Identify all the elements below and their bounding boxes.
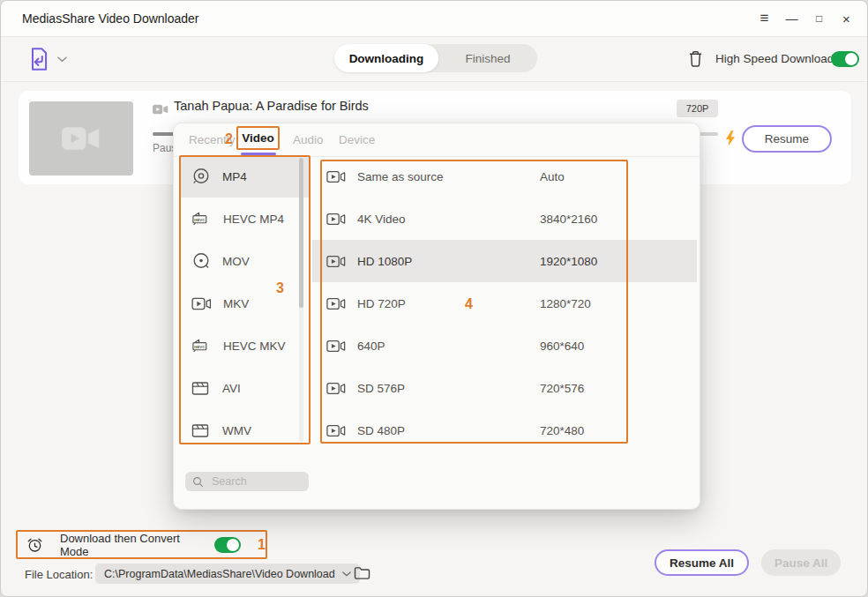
video-camera-icon xyxy=(191,296,212,311)
chevron-down-icon[interactable] xyxy=(57,56,67,63)
app-window: MediasShare Video Downloader ≡ — □ × Dow… xyxy=(0,0,868,597)
resume-button[interactable]: Resume xyxy=(742,125,832,153)
video-camera-icon xyxy=(62,125,101,152)
clapperboard-icon xyxy=(191,379,211,397)
chevron-down-icon xyxy=(342,571,351,577)
resolution-list: Same as source Auto 4K Video 3840*2160 H… xyxy=(312,155,697,451)
window-controls: ≡ — □ × xyxy=(751,10,860,27)
resolution-label: HD 1080P xyxy=(357,255,540,268)
window-title: MediasShare Video Downloader xyxy=(22,11,199,26)
clapperboard-icon xyxy=(191,422,211,439)
maximize-icon[interactable]: □ xyxy=(805,12,833,25)
video-camera-icon xyxy=(326,169,346,184)
video-camera-icon xyxy=(326,423,346,438)
search-bar xyxy=(185,472,309,491)
format-label: AVI xyxy=(222,382,241,395)
format-popup: Recently 2 Video Audio Device MP4 HEVC M… xyxy=(173,123,700,510)
file-location-path: C:\ProgramData\MediasShare\Video Downloa… xyxy=(104,568,335,580)
menu-icon[interactable]: ≡ xyxy=(751,10,778,27)
tab-finished[interactable]: Finished xyxy=(438,44,537,72)
resolution-value: 3840*2160 xyxy=(540,213,597,226)
format-item-avi[interactable]: AVI xyxy=(181,367,309,409)
resolution-item-576p[interactable]: SD 576P 720*576 xyxy=(312,367,697,409)
hevc-badge-icon xyxy=(191,337,212,354)
format-item-mp4[interactable]: MP4 xyxy=(181,155,309,198)
minimize-icon[interactable]: — xyxy=(778,11,805,26)
video-thumbnail xyxy=(29,101,133,175)
resume-all-button[interactable]: Resume All xyxy=(655,549,749,576)
high-speed-download-label: High Speed Download xyxy=(715,36,834,81)
resolution-label: SD 576P xyxy=(357,382,540,395)
video-camera-icon xyxy=(326,381,346,396)
resolution-value: 1280*720 xyxy=(540,297,591,310)
tab-downloading[interactable]: Downloading xyxy=(334,44,438,72)
search-icon xyxy=(192,476,204,488)
resolution-label: 640P xyxy=(357,340,540,353)
alarm-clock-icon xyxy=(26,536,44,553)
resolution-label: HD 720P xyxy=(357,297,540,310)
annotation-3: 3 xyxy=(276,280,284,296)
view-tabs: Downloading Finished xyxy=(334,44,537,72)
video-camera-icon xyxy=(326,339,346,354)
format-item-hevc-mp4[interactable]: HEVC MP4 xyxy=(181,198,309,240)
high-speed-download-toggle[interactable] xyxy=(831,51,859,67)
import-url-icon[interactable] xyxy=(27,47,50,71)
resolution-label: 4K Video xyxy=(357,213,540,226)
video-title: Tanah Papua: A Paradise for Birds xyxy=(174,99,369,113)
resolution-value: 1920*1080 xyxy=(540,255,597,268)
resolution-label: Same as source xyxy=(357,170,540,183)
format-item-wmv[interactable]: WMV xyxy=(181,409,309,451)
resolution-item-640p[interactable]: 640P 960*640 xyxy=(312,325,697,367)
resolution-item-same-as-source[interactable]: Same as source Auto xyxy=(312,155,697,198)
video-camera-icon xyxy=(326,296,346,311)
convert-mode-toggle[interactable] xyxy=(214,537,241,553)
annotation-4: 4 xyxy=(465,296,473,312)
resolution-item-480p[interactable]: SD 480P 720*480 xyxy=(312,409,697,451)
toolbar: Downloading Finished High Speed Download xyxy=(1,36,867,82)
annotation-box-convert-mode: Download then Convert Mode 1 xyxy=(16,530,267,559)
tab-device[interactable]: Device xyxy=(339,123,375,156)
resolution-value: 720*480 xyxy=(540,424,584,437)
close-icon[interactable]: × xyxy=(833,11,860,26)
format-label: MOV xyxy=(222,255,250,268)
file-location-label: File Location: xyxy=(25,568,93,581)
format-label: WMV xyxy=(222,424,251,437)
format-label: HEVC MKV xyxy=(223,340,286,353)
scrollbar-thumb[interactable] xyxy=(299,158,303,308)
folder-icon[interactable] xyxy=(354,566,370,580)
video-camera-icon xyxy=(153,104,168,115)
resolution-label: SD 480P xyxy=(357,424,540,437)
format-list: MP4 HEVC MP4 MOV MKV HEVC MKV AVI xyxy=(181,155,309,451)
quicktime-icon xyxy=(191,251,211,271)
video-camera-icon xyxy=(326,254,346,269)
tab-video[interactable]: Video xyxy=(236,126,280,150)
format-item-mkv[interactable]: MKV xyxy=(181,282,309,325)
resolution-item-1080p[interactable]: HD 1080P 1920*1080 xyxy=(312,240,697,282)
format-item-hevc-mkv[interactable]: HEVC MKV xyxy=(181,325,309,367)
title-bar: MediasShare Video Downloader ≡ — □ × xyxy=(1,1,867,37)
annotation-1: 1 xyxy=(258,537,266,553)
lightning-icon xyxy=(724,130,737,147)
disc-icon xyxy=(191,167,211,186)
format-item-mov[interactable]: MOV xyxy=(181,240,309,282)
format-label: MP4 xyxy=(222,170,247,183)
video-camera-icon xyxy=(326,212,346,227)
resolution-value: Auto xyxy=(540,170,565,183)
convert-mode-label: Download then Convert Mode xyxy=(60,532,202,558)
file-location-dropdown[interactable]: C:\ProgramData\MediasShare\Video Downloa… xyxy=(95,563,360,584)
search-input[interactable] xyxy=(210,474,302,489)
resolution-value: 720*576 xyxy=(540,382,584,395)
resolution-value: 960*640 xyxy=(540,340,584,353)
resolution-item-720p[interactable]: HD 720P 1280*720 xyxy=(312,282,697,325)
format-popup-tabs: Recently 2 Video Audio Device xyxy=(174,123,700,157)
format-label: HEVC MP4 xyxy=(223,213,284,226)
pause-all-button[interactable]: Pause All xyxy=(761,549,841,576)
annotation-2: 2 xyxy=(225,131,233,147)
resolution-item-4k[interactable]: 4K Video 3840*2160 xyxy=(312,198,697,240)
hevc-badge-icon xyxy=(191,210,212,228)
trash-icon[interactable] xyxy=(688,50,703,67)
format-label: MKV xyxy=(223,297,249,310)
quality-badge: 720P xyxy=(677,100,718,117)
tab-audio[interactable]: Audio xyxy=(293,123,324,156)
